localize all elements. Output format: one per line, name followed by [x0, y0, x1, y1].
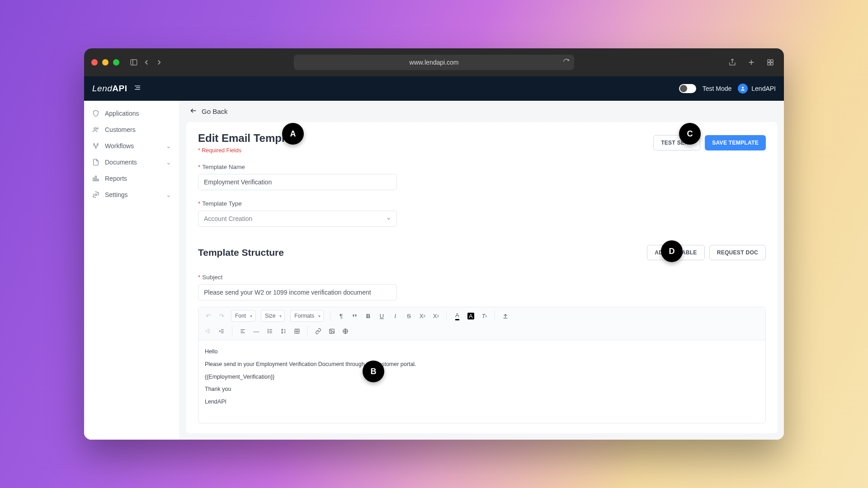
svg-point-14	[97, 128, 98, 129]
align-icon[interactable]	[237, 325, 249, 337]
workflow-icon	[92, 142, 99, 150]
indent-icon[interactable]	[216, 325, 227, 337]
text-color-icon[interactable]: A	[451, 310, 463, 322]
user-menu[interactable]: LendAPI	[738, 84, 776, 94]
content-panel: Edit Email Template * Required Fields TE…	[186, 122, 778, 433]
image-icon[interactable]	[326, 325, 338, 337]
superscript-icon[interactable]: X2	[430, 310, 442, 322]
document-icon	[92, 159, 99, 166]
annotation-badge-b: B	[363, 361, 384, 382]
template-name-input[interactable]	[198, 174, 397, 190]
share-icon[interactable]	[726, 56, 739, 69]
svg-rect-18	[93, 178, 94, 181]
structure-title: Template Structure	[198, 247, 284, 258]
link-icon[interactable]	[312, 325, 324, 337]
svg-point-17	[95, 147, 97, 149]
svg-point-21	[95, 194, 97, 196]
svg-point-35	[268, 333, 268, 333]
sidebar-item-label: Applications	[105, 110, 139, 117]
test-mode-toggle[interactable]	[679, 84, 696, 93]
gear-icon	[92, 191, 99, 198]
annotation-badge-d: D	[661, 240, 683, 262]
subject-input[interactable]	[198, 284, 397, 300]
traffic-lights	[91, 59, 119, 66]
sidebar: Applications Customers Workflows ⌄ Docum…	[84, 101, 180, 440]
app-header: LendAPI Test Mode LendAPI	[84, 76, 784, 101]
svg-point-13	[94, 127, 96, 129]
sidebar-item-workflows[interactable]: Workflows ⌄	[84, 138, 179, 154]
url-bar[interactable]: www.lendapi.com	[294, 55, 574, 70]
chevron-down-icon: ⌄	[166, 159, 171, 166]
request-doc-button[interactable]: REQUEST DOC	[709, 245, 766, 260]
tabs-overview-icon[interactable]	[764, 56, 777, 69]
save-template-button[interactable]: SAVE TEMPLATE	[705, 135, 766, 150]
go-back-label: Go Back	[202, 108, 228, 115]
svg-point-16	[97, 144, 99, 145]
maximize-window-button[interactable]	[113, 59, 119, 66]
svg-rect-0	[131, 60, 137, 65]
user-name: LendAPI	[751, 85, 776, 92]
upload-icon[interactable]	[500, 310, 511, 322]
paragraph-icon[interactable]: ¶	[335, 310, 347, 322]
avatar-icon	[738, 84, 748, 94]
blockquote-icon[interactable]	[349, 310, 360, 322]
redo-icon[interactable]: ↷	[216, 310, 227, 322]
highlight-icon[interactable]: A	[465, 310, 476, 322]
sidebar-item-settings[interactable]: Settings ⌄	[84, 187, 179, 203]
editor-body[interactable]: Hello Please send in your Employment Ver…	[198, 340, 765, 423]
rich-text-editor: ↶ ↷ Font▾ Size▾ Formats▾ ¶ B U I	[198, 307, 766, 423]
line-height-icon[interactable]	[278, 325, 289, 337]
svg-rect-7	[768, 63, 770, 65]
template-type-select[interactable]	[198, 211, 397, 227]
url-text: www.lendapi.com	[410, 59, 459, 66]
body-line: {{Employment_Verification}}	[205, 372, 759, 383]
sidebar-toggle-icon[interactable]	[127, 56, 140, 69]
clear-format-icon[interactable]: Tx	[478, 310, 490, 322]
sidebar-item-label: Reports	[105, 175, 127, 182]
go-back-link[interactable]: Go Back	[180, 101, 784, 122]
nav-forward-icon[interactable]	[153, 56, 165, 69]
body-line: Please send in your Employment Verificat…	[205, 359, 759, 370]
svg-point-12	[742, 87, 744, 89]
svg-point-33	[268, 329, 268, 330]
list-icon[interactable]	[264, 325, 276, 337]
svg-point-34	[268, 331, 268, 331]
annotation-badge-a: A	[282, 123, 304, 145]
chevron-down-icon: ⌄	[166, 191, 171, 198]
minimize-window-button[interactable]	[102, 59, 108, 66]
nav-back-icon[interactable]	[140, 56, 153, 69]
sidebar-item-customers[interactable]: Customers	[84, 122, 179, 138]
sidebar-item-reports[interactable]: Reports	[84, 170, 179, 187]
strikethrough-icon[interactable]: S	[403, 310, 415, 322]
size-select[interactable]: Size▾	[261, 310, 285, 322]
font-select[interactable]: Font▾	[231, 310, 255, 322]
required-note: * Required Fields	[198, 147, 300, 154]
close-window-button[interactable]	[91, 59, 98, 66]
sidebar-item-applications[interactable]: Applications	[84, 105, 179, 122]
body-line: Hello	[205, 347, 759, 357]
table-icon[interactable]	[291, 325, 303, 337]
chevron-down-icon: ⌄	[166, 142, 171, 150]
new-tab-icon[interactable]	[745, 56, 758, 69]
sidebar-item-documents[interactable]: Documents ⌄	[84, 154, 179, 170]
browser-titlebar: www.lendapi.com	[84, 48, 784, 76]
shield-icon	[92, 110, 99, 117]
formats-select[interactable]: Formats▾	[290, 310, 324, 322]
svg-rect-8	[771, 63, 773, 65]
svg-rect-46	[330, 329, 335, 333]
brand-logo[interactable]: LendAPI	[92, 84, 142, 94]
reload-icon[interactable]	[563, 58, 570, 66]
template-type-label: *Template Type	[198, 200, 766, 207]
subscript-icon[interactable]: X2	[416, 310, 428, 322]
hr-icon[interactable]: —	[250, 325, 262, 337]
sidebar-item-label: Documents	[105, 159, 137, 166]
underline-icon[interactable]: U	[376, 310, 387, 322]
body-line: LendAPI	[205, 397, 759, 408]
embed-icon[interactable]	[340, 325, 351, 337]
outdent-icon[interactable]	[202, 325, 214, 337]
undo-icon[interactable]: ↶	[202, 310, 214, 322]
bold-icon[interactable]: B	[362, 310, 374, 322]
template-name-label: *Template Name	[198, 164, 766, 170]
sidebar-collapse-icon[interactable]	[133, 84, 142, 94]
italic-icon[interactable]: I	[389, 310, 401, 322]
